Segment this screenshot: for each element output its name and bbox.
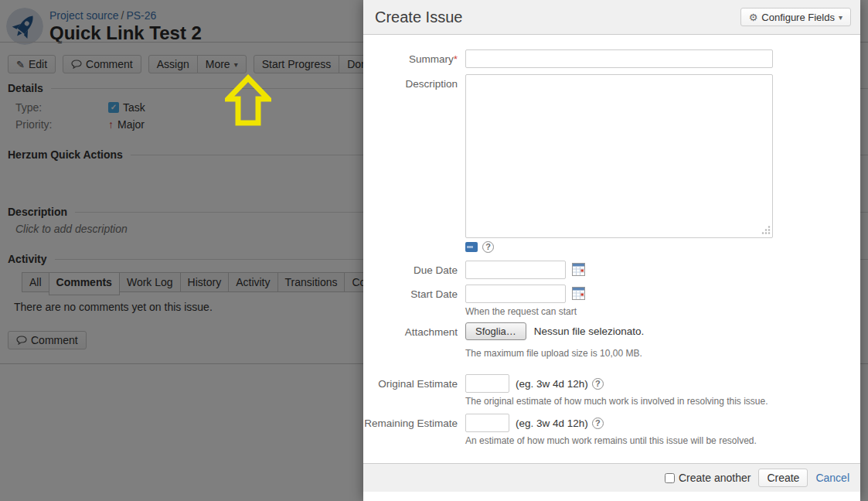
gear-icon: ⚙ (749, 12, 758, 23)
help-icon[interactable]: ? (482, 241, 494, 253)
dialog-body: Summary* Description ? (363, 35, 860, 463)
dialog-header: Create Issue ⚙ Configure Fields ▾ (363, 0, 860, 35)
start-date-label: Start Date (363, 285, 458, 300)
start-date-field-row: Start Date (363, 285, 860, 303)
due-date-input[interactable] (465, 261, 566, 279)
start-date-help-text: When the request can start (465, 306, 577, 317)
create-another-option: Create another (665, 472, 751, 484)
remaining-estimate-label: Remaining Estimate (363, 414, 458, 429)
cancel-link[interactable]: Cancel (815, 472, 849, 484)
screen: Project source/PS-26 Quick Link Test 2 ✎… (0, 0, 868, 501)
attachment-label: Attachment (363, 322, 458, 338)
description-label: Description (363, 74, 458, 90)
summary-input[interactable] (465, 49, 773, 68)
help-icon[interactable]: ? (592, 418, 604, 429)
calendar-picker-icon[interactable] (572, 287, 585, 300)
start-date-input[interactable] (465, 285, 566, 303)
description-field-row: Description (363, 74, 860, 240)
configure-fields-button[interactable]: ⚙ Configure Fields ▾ (740, 8, 851, 26)
annotation-arrow-up-icon (225, 74, 271, 127)
required-asterisk: * (454, 53, 458, 65)
create-issue-dialog: Create Issue ⚙ Configure Fields ▾ Summar… (363, 0, 860, 501)
due-date-label: Due Date (363, 261, 458, 276)
description-renderer-row: ? (465, 241, 494, 253)
summary-field-row: Summary* (363, 49, 860, 68)
attachment-field-row: Attachment Sfoglia… Nessun file selezion… (363, 322, 860, 340)
remaining-estimate-example: (eg. 3w 4d 12h) (516, 414, 588, 429)
original-estimate-help-text: The original estimate of how much work i… (465, 396, 768, 407)
remaining-estimate-input[interactable] (465, 414, 509, 432)
dialog-footer: Create another Create Cancel (363, 463, 860, 492)
create-another-checkbox[interactable] (665, 473, 675, 483)
summary-label: Summary* (363, 49, 458, 65)
create-another-label: Create another (679, 472, 751, 484)
remaining-estimate-field-row: Remaining Estimate (eg. 3w 4d 12h) ? (363, 414, 860, 432)
calendar-picker-icon[interactable] (572, 263, 585, 276)
no-file-selected-text: Nessun file selezionato. (534, 322, 645, 337)
chevron-down-icon: ▾ (839, 13, 842, 22)
original-estimate-field-row: Original Estimate (eg. 3w 4d 12h) ? (363, 374, 860, 393)
browse-file-button[interactable]: Sfoglia… (465, 322, 526, 340)
attachment-help-text: The maximum file upload size is 10,00 MB… (465, 348, 642, 359)
original-estimate-input[interactable] (465, 374, 509, 393)
original-estimate-label: Original Estimate (363, 374, 458, 390)
due-date-field-row: Due Date (363, 261, 860, 279)
help-icon[interactable]: ? (592, 378, 604, 390)
dialog-title: Create Issue (375, 9, 462, 26)
resize-grip-icon[interactable] (761, 224, 771, 237)
remaining-estimate-help-text: An estimate of how much work remains unt… (465, 435, 757, 446)
create-button[interactable]: Create (758, 469, 808, 487)
original-estimate-example: (eg. 3w 4d 12h) (516, 374, 588, 390)
wiki-renderer-icon[interactable] (465, 242, 478, 252)
description-textarea[interactable] (465, 74, 773, 238)
